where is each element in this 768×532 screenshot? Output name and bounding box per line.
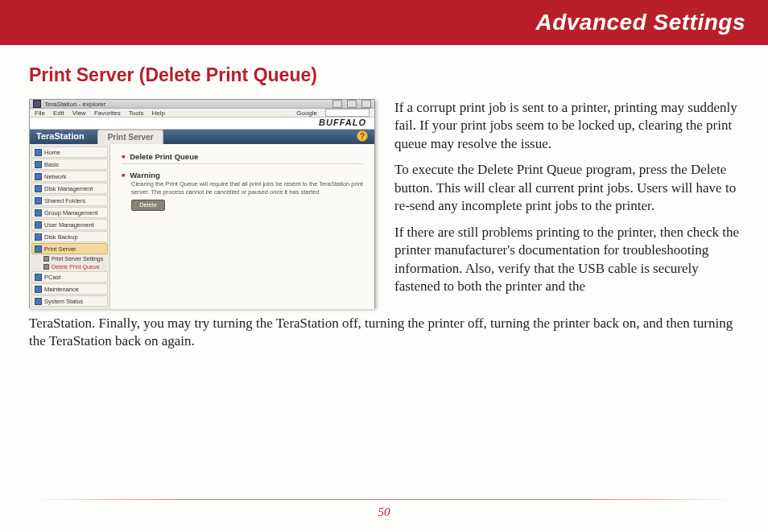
window-close-button[interactable]: [361, 100, 371, 108]
folder-icon: [35, 185, 42, 192]
nav-label: Group Management: [44, 209, 98, 217]
window-appicon: [33, 100, 41, 108]
panel-heading: Delete Print Queue: [130, 152, 198, 161]
paragraph-3b: TeraStation. Finally, you may try turnin…: [29, 315, 739, 351]
nav-label: Basic: [44, 161, 59, 168]
window-minimize-button[interactable]: [332, 100, 342, 108]
nav-shared-folders[interactable]: Shared Folders: [31, 195, 108, 206]
folder-icon: [35, 298, 42, 305]
folder-icon: [35, 221, 42, 229]
browser-menu-bar: File Edit View Favorites Tools Help Goog…: [30, 109, 374, 118]
nav-user-management[interactable]: User Management: [31, 219, 108, 230]
menu-help[interactable]: Help: [151, 109, 164, 117]
warning-label: Warning: [130, 171, 160, 179]
app-body: Home Basic Network Disk Management Share…: [30, 144, 374, 309]
nav-sub-print-settings[interactable]: Print Server Settings: [41, 255, 108, 262]
nav-label: PCast: [44, 274, 60, 281]
sidebar-nav: Home Basic Network Disk Management Share…: [30, 144, 110, 309]
nav-basic[interactable]: Basic: [31, 159, 108, 170]
warning-text: Clearing the Print Queue will require th…: [131, 180, 363, 196]
brand-logo: BUFFALO: [319, 118, 366, 127]
window-titlebar: TeraStation - explorer: [30, 100, 374, 109]
nav-system-status[interactable]: System Status: [31, 295, 108, 307]
brand-row: BUFFALO: [30, 118, 374, 130]
paragraph-1: If a corrupt print job is sent to a prin…: [394, 99, 739, 153]
nav-pcast[interactable]: PCast: [31, 271, 108, 282]
tab-row: TeraStation Print Server ?: [30, 130, 374, 144]
paragraph-3a: If there are still problems printing to …: [394, 224, 739, 296]
content-row: TeraStation - explorer File Edit View Fa…: [29, 99, 739, 308]
folder-icon: [35, 161, 42, 168]
menu-tools[interactable]: Tools: [129, 109, 144, 117]
section-heading: Print Server (Delete Print Queue): [29, 64, 739, 86]
nav-sub-delete-queue[interactable]: Delete Print Queue: [41, 263, 108, 270]
menu-file[interactable]: File: [35, 109, 45, 117]
search-brand: Google: [296, 109, 317, 117]
nav-label: System Status: [44, 298, 83, 305]
nav-label: Maintenance: [44, 286, 79, 293]
folder-icon: [35, 209, 42, 217]
nav-disk-backup[interactable]: Disk Backup: [31, 231, 108, 242]
folder-icon: [35, 149, 42, 156]
divider: [122, 163, 363, 164]
banner-title: Advanced Settings: [535, 10, 745, 35]
menu-favorites[interactable]: Favorites: [94, 109, 121, 117]
footer-rule: [32, 499, 736, 500]
nav-label: Disk Backup: [44, 233, 78, 241]
bullet-icon: ■: [122, 171, 125, 180]
tab-print-server[interactable]: Print Server: [97, 130, 164, 144]
search-input[interactable]: [325, 109, 370, 117]
nav-label: Network: [44, 173, 67, 180]
folder-icon: [35, 274, 42, 281]
folder-icon: [35, 245, 42, 253]
nav-label: User Management: [44, 221, 94, 229]
nav-sub-label: Delete Print Queue: [52, 264, 100, 270]
page-body: Print Server (Delete Print Queue) TeraSt…: [0, 45, 768, 351]
main-panel: ■Delete Print Queue ■Warning Clearing th…: [110, 144, 374, 309]
page-icon: [43, 256, 49, 262]
page-number: 50: [0, 505, 768, 519]
nav-label: Shared Folders: [44, 197, 85, 204]
menu-view[interactable]: View: [72, 109, 86, 117]
bullet-icon: ■: [122, 152, 125, 162]
nav-disk-management[interactable]: Disk Management: [31, 183, 108, 194]
folder-icon: [35, 233, 42, 241]
folder-icon: [35, 197, 42, 204]
nav-home[interactable]: Home: [31, 146, 108, 158]
header-banner: Advanced Settings: [0, 0, 768, 45]
window-maximize-button[interactable]: [347, 100, 357, 108]
nav-group-management[interactable]: Group Management: [31, 207, 108, 218]
folder-icon: [35, 286, 42, 293]
nav-network[interactable]: Network: [31, 171, 108, 182]
window-title: TeraStation - explorer: [44, 101, 105, 108]
delete-button[interactable]: Delete: [131, 200, 165, 211]
paragraph-2: To execute the Delete Print Queue progra…: [394, 161, 739, 215]
folder-icon: [35, 173, 42, 180]
nav-maintenance[interactable]: Maintenance: [31, 283, 108, 295]
product-logo: TeraStation: [36, 131, 85, 141]
nav-label: Disk Management: [44, 185, 93, 192]
help-icon[interactable]: ?: [357, 130, 368, 142]
menu-edit[interactable]: Edit: [53, 109, 64, 117]
nav-label: Home: [44, 149, 60, 156]
embedded-screenshot: TeraStation - explorer File Edit View Fa…: [29, 99, 375, 308]
prose-column: If a corrupt print job is sent to a prin…: [394, 99, 739, 303]
nav-print-server[interactable]: Print Server: [31, 243, 108, 254]
nav-label: Print Server: [44, 245, 76, 253]
page-icon: [43, 264, 49, 270]
nav-sub-label: Print Server Settings: [52, 256, 103, 262]
